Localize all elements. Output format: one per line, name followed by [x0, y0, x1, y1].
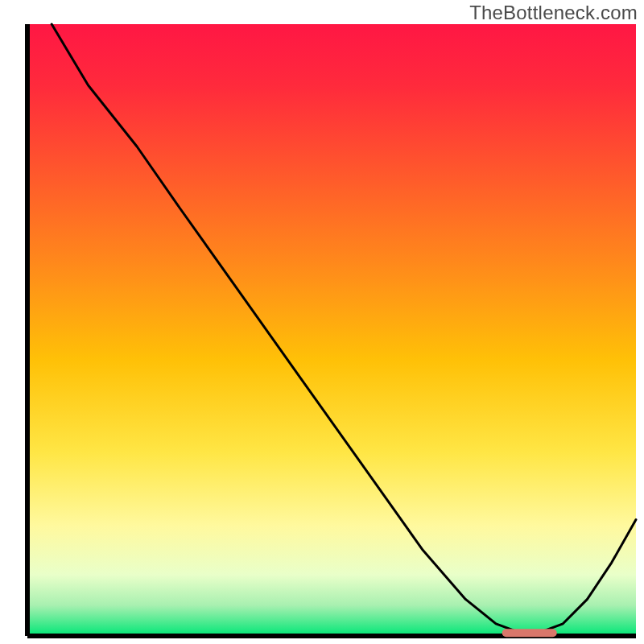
gradient-background	[27, 24, 636, 636]
optimal-range-marker	[502, 629, 557, 637]
chart-frame: TheBottleneck.com	[0, 0, 644, 644]
bottleneck-plot	[0, 0, 644, 644]
